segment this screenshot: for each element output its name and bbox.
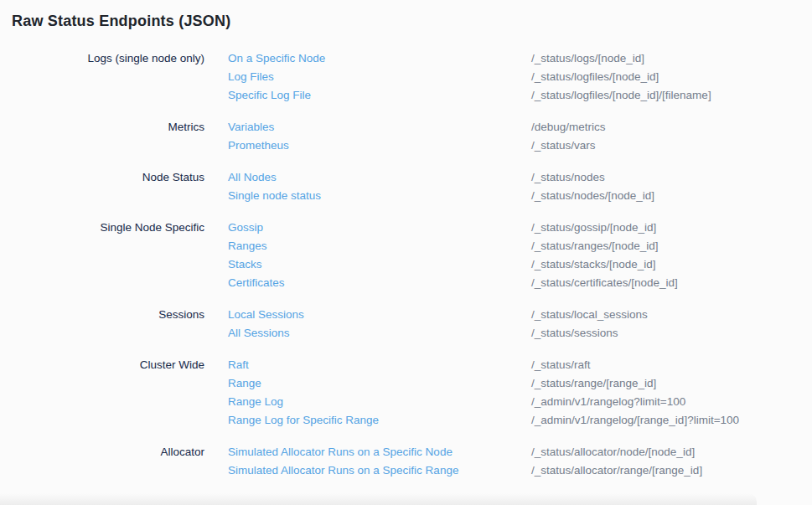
endpoint-path: /debug/metrics — [531, 118, 606, 137]
endpoint-link[interactable]: Specific Log File — [228, 86, 531, 105]
endpoint-rows: All Nodes/_status/nodesSingle node statu… — [228, 168, 812, 205]
endpoint-rows: Simulated Allocator Runs on a Specific N… — [228, 443, 812, 480]
endpoint-row: Gossip/_status/gossip/[node_id] — [228, 219, 812, 237]
endpoint-section: AllocatorSimulated Allocator Runs on a S… — [0, 443, 812, 480]
endpoint-row: Prometheus/_status/vars — [228, 137, 812, 155]
endpoint-link[interactable]: Simulated Allocator Runs on a Specific N… — [228, 443, 531, 461]
endpoint-section: SessionsLocal Sessions/_status/local_ses… — [0, 306, 812, 343]
category-label: Logs (single node only) — [0, 49, 204, 68]
endpoint-link[interactable]: Local Sessions — [228, 306, 531, 324]
category-label: Cluster Wide — [0, 356, 204, 374]
endpoint-section: Cluster WideRaft/_status/raftRange/_stat… — [0, 356, 812, 430]
endpoint-link[interactable]: Raft — [228, 356, 531, 374]
endpoint-rows: Raft/_status/raftRange/_status/range/[ra… — [228, 356, 812, 430]
endpoint-path: /_status/logs/[node_id] — [531, 49, 644, 68]
endpoint-row: All Sessions/_status/sessions — [228, 324, 812, 343]
endpoint-path: /_status/local_sessions — [531, 306, 648, 324]
category-label: Sessions — [0, 306, 204, 324]
endpoint-link[interactable]: Prometheus — [228, 137, 531, 155]
endpoint-row: Variables/debug/metrics — [228, 118, 812, 137]
category-label: Node Status — [0, 168, 204, 187]
endpoint-row: Local Sessions/_status/local_sessions — [228, 306, 812, 324]
endpoint-row: Range Log for Specific Range/_admin/v1/r… — [228, 411, 812, 430]
endpoint-path: /_status/ranges/[node_id] — [531, 237, 659, 255]
endpoint-path: /_status/gossip/[node_id] — [531, 219, 656, 237]
endpoint-link[interactable]: Range Log for Specific Range — [228, 411, 531, 430]
endpoint-path: /_admin/v1/rangelog?limit=100 — [531, 393, 685, 411]
endpoint-rows: Variables/debug/metricsPrometheus/_statu… — [228, 118, 812, 155]
endpoint-row: Certificates/_status/certificates/[node_… — [228, 274, 812, 292]
endpoint-path: /_status/nodes/[node_id] — [531, 187, 654, 205]
endpoint-path: /_status/stacks/[node_id] — [531, 255, 656, 274]
endpoint-link[interactable]: Gossip — [228, 219, 531, 237]
endpoint-row: Simulated Allocator Runs on a Specific N… — [228, 443, 812, 461]
endpoint-row: Specific Log File/_status/logfiles/[node… — [228, 86, 812, 105]
endpoint-path: /_status/range/[range_id] — [531, 374, 656, 393]
endpoint-link[interactable]: On a Specific Node — [228, 49, 531, 68]
endpoint-link[interactable]: Variables — [228, 118, 531, 137]
endpoint-path: /_status/sessions — [531, 324, 618, 343]
endpoint-row: Log Files/_status/logfiles/[node_id] — [228, 68, 812, 86]
endpoint-link[interactable]: Range — [228, 374, 531, 393]
endpoint-link[interactable]: Single node status — [228, 187, 531, 205]
endpoint-row: Range/_status/range/[range_id] — [228, 374, 812, 393]
endpoint-rows: On a Specific Node/_status/logs/[node_id… — [228, 49, 812, 105]
endpoint-path: /_status/certificates/[node_id] — [531, 274, 678, 292]
endpoint-path: /_status/logfiles/[node_id]/[filename] — [531, 86, 711, 105]
endpoint-section: MetricsVariables/debug/metricsPrometheus… — [0, 118, 812, 155]
endpoint-section: Node StatusAll Nodes/_status/nodesSingle… — [0, 168, 812, 205]
endpoint-row: Stacks/_status/stacks/[node_id] — [228, 255, 812, 274]
endpoints-table: Logs (single node only)On a Specific Nod… — [0, 49, 812, 480]
endpoint-row: All Nodes/_status/nodes — [228, 168, 812, 187]
endpoint-path: /_status/logfiles/[node_id] — [531, 68, 659, 86]
endpoint-section: Logs (single node only)On a Specific Nod… — [0, 49, 812, 105]
endpoint-row: Range Log/_admin/v1/rangelog?limit=100 — [228, 393, 812, 411]
endpoint-row: Simulated Allocator Runs on a Specific R… — [228, 461, 812, 480]
endpoint-link[interactable]: Log Files — [228, 68, 531, 86]
endpoint-link[interactable]: Simulated Allocator Runs on a Specific R… — [228, 461, 531, 480]
endpoint-path: /_status/nodes — [531, 168, 605, 187]
endpoint-link[interactable]: All Sessions — [228, 324, 531, 343]
endpoint-link[interactable]: Range Log — [228, 393, 531, 411]
endpoint-link[interactable]: Stacks — [228, 255, 531, 274]
raw-status-endpoints-page: Raw Status Endpoints (JSON) Logs (single… — [0, 0, 812, 480]
endpoint-row: On a Specific Node/_status/logs/[node_id… — [228, 49, 812, 68]
page-title: Raw Status Endpoints (JSON) — [0, 0, 812, 31]
page-bottom-fade — [0, 493, 757, 505]
endpoint-path: /_admin/v1/rangelog/[range_id]?limit=100 — [531, 411, 739, 430]
endpoint-link[interactable]: All Nodes — [228, 168, 531, 187]
category-label: Metrics — [0, 118, 204, 137]
endpoint-row: Raft/_status/raft — [228, 356, 812, 374]
endpoint-row: Single node status/_status/nodes/[node_i… — [228, 187, 812, 205]
endpoint-path: /_status/raft — [531, 356, 591, 374]
endpoint-path: /_status/allocator/range/[range_id] — [531, 461, 702, 480]
endpoint-row: Ranges/_status/ranges/[node_id] — [228, 237, 812, 255]
category-label: Allocator — [0, 443, 204, 461]
endpoint-rows: Local Sessions/_status/local_sessionsAll… — [228, 306, 812, 343]
endpoint-path: /_status/allocator/node/[node_id] — [531, 443, 695, 461]
endpoint-rows: Gossip/_status/gossip/[node_id]Ranges/_s… — [228, 219, 812, 292]
endpoint-path: /_status/vars — [531, 137, 596, 155]
endpoint-link[interactable]: Ranges — [228, 237, 531, 255]
category-label: Single Node Specific — [0, 219, 204, 237]
endpoint-link[interactable]: Certificates — [228, 274, 531, 292]
endpoint-section: Single Node SpecificGossip/_status/gossi… — [0, 219, 812, 292]
